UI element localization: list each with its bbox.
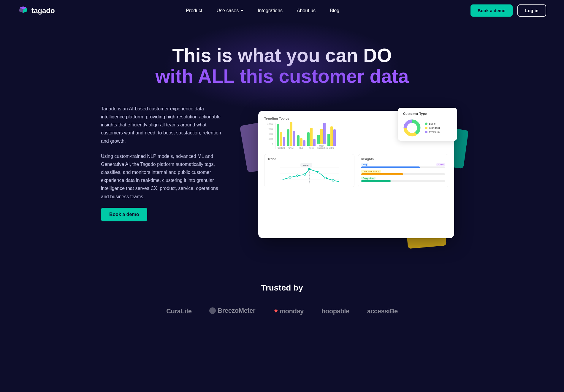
insight-row-3: Suggestion <box>361 177 445 182</box>
bar-uxui-yellow <box>290 122 292 146</box>
insight-row-1: Bug UX/UI <box>361 163 445 168</box>
bar-billing-green <box>327 134 330 146</box>
trusted-logo-accessibe: accessiBe <box>367 307 398 315</box>
book-demo-button[interactable]: Book a demo <box>470 4 513 17</box>
svg-point-12 <box>317 171 319 173</box>
nav-actions: Book a demo Log in <box>470 4 546 17</box>
bar-price-purple <box>313 139 316 146</box>
bar-group-uxui: UX/UI <box>287 122 295 149</box>
bar-group-content: Content <box>277 124 285 149</box>
customer-type-card: Customer Type Basic <box>398 108 457 141</box>
trusted-logo-breezometer: BreezoMeter <box>209 307 255 316</box>
legend-standard: Standard <box>425 126 440 129</box>
donut-legend: Basic Standard Premium <box>403 119 452 137</box>
bar-suggestion-green <box>317 135 320 144</box>
brand-name: tagado <box>31 7 55 15</box>
bar-price-green <box>307 132 310 146</box>
trend-label: Trend <box>267 157 351 161</box>
bar-billing-yellow <box>330 126 333 146</box>
trusted-logo-curalife: CuraLife <box>166 307 191 315</box>
bar-content-purple <box>283 137 285 146</box>
nav-use-cases[interactable]: Use cases <box>217 8 244 13</box>
trusted-logo-monday: ✦ monday <box>273 307 304 315</box>
bar-bug-yellow <box>300 138 302 146</box>
nav-blog[interactable]: Blog <box>330 8 339 13</box>
insight-row-2: Course of Action <box>361 170 445 175</box>
bar-bug-green <box>297 135 300 146</box>
logo-link[interactable]: tagado <box>18 5 55 16</box>
nav-links: Product Use cases Integrations About us … <box>186 8 339 13</box>
bar-price-yellow <box>310 128 313 146</box>
bar-group-bug: Bug <box>297 135 305 149</box>
svg-point-14 <box>332 180 334 181</box>
bar-uxui-green <box>287 129 289 146</box>
legend-premium: Premium <box>425 131 440 134</box>
insights-section: Insights Bug UX/UI <box>358 154 448 187</box>
svg-point-10 <box>304 174 306 175</box>
insights-label: Insights <box>361 157 445 161</box>
svg-point-9 <box>297 175 298 177</box>
trusted-logo-hoopable: hoopable <box>321 307 349 315</box>
bar-bug-purple <box>303 140 305 146</box>
trusted-section: Trusted by CuraLife BreezoMeter ✦ monday… <box>0 259 564 334</box>
trend-svg: Bug Fix <box>267 163 351 184</box>
trusted-heading: Trusted by <box>12 283 552 293</box>
svg-text:Bug Fix: Bug Fix <box>303 164 309 166</box>
navbar: tagado Product Use cases Integrations Ab… <box>0 0 564 21</box>
svg-point-8 <box>289 177 291 178</box>
login-button[interactable]: Log in <box>517 4 546 17</box>
dashboard-bottom: Trend <box>264 154 448 187</box>
bar-group-suggestion: User Suggestion <box>317 123 326 149</box>
hero-text-block: Tagado is an AI-based customer experienc… <box>101 105 226 221</box>
nav-product[interactable]: Product <box>186 8 202 13</box>
bar-group-billing: Billing <box>327 126 336 149</box>
donut-chart <box>403 119 421 137</box>
bar-content-green <box>277 124 279 146</box>
legend-basic: Basic <box>425 122 440 125</box>
bar-suggestion-yellow <box>320 129 323 144</box>
hero-book-demo-button[interactable]: Book a demo <box>101 208 147 221</box>
bar-uxui-purple <box>293 131 295 146</box>
nav-integrations[interactable]: Integrations <box>258 8 283 13</box>
svg-point-13 <box>325 177 327 179</box>
legend-dot-standard <box>425 127 427 129</box>
hero-paragraph-2: Using custom-trained NLP models, advance… <box>101 152 226 201</box>
bar-content-yellow <box>280 132 282 146</box>
hero-visual: Customer Type Basic <box>249 105 463 241</box>
trusted-logos: CuraLife BreezoMeter ✦ monday hoopable a… <box>12 307 552 316</box>
legend-dot-basic <box>425 123 427 125</box>
bar-billing-purple <box>333 129 336 146</box>
bar-group-price: Price <box>307 128 316 149</box>
bar-suggestion-purple <box>323 123 326 144</box>
chevron-down-icon <box>240 10 243 12</box>
legend-items: Basic Standard Premium <box>425 122 440 134</box>
customer-type-title: Customer Type <box>403 112 452 115</box>
hero-section: This is what you can DO with ALL this cu… <box>0 21 564 259</box>
nav-about-us[interactable]: About us <box>297 8 316 13</box>
trend-section: Trend <box>264 154 354 187</box>
insights-rows: Bug UX/UI <box>361 163 445 182</box>
logo-icon <box>18 5 28 16</box>
hero-paragraph-1: Tagado is an AI-based customer experienc… <box>101 105 226 145</box>
hero-body: Tagado is an AI-based customer experienc… <box>89 105 475 241</box>
breezometer-icon <box>209 307 216 314</box>
legend-dot-premium <box>425 131 427 133</box>
svg-point-4 <box>408 123 416 132</box>
trend-chart: Bug Fix <box>267 163 351 184</box>
hero-headline: This is what you can DO with ALL this cu… <box>12 45 552 87</box>
